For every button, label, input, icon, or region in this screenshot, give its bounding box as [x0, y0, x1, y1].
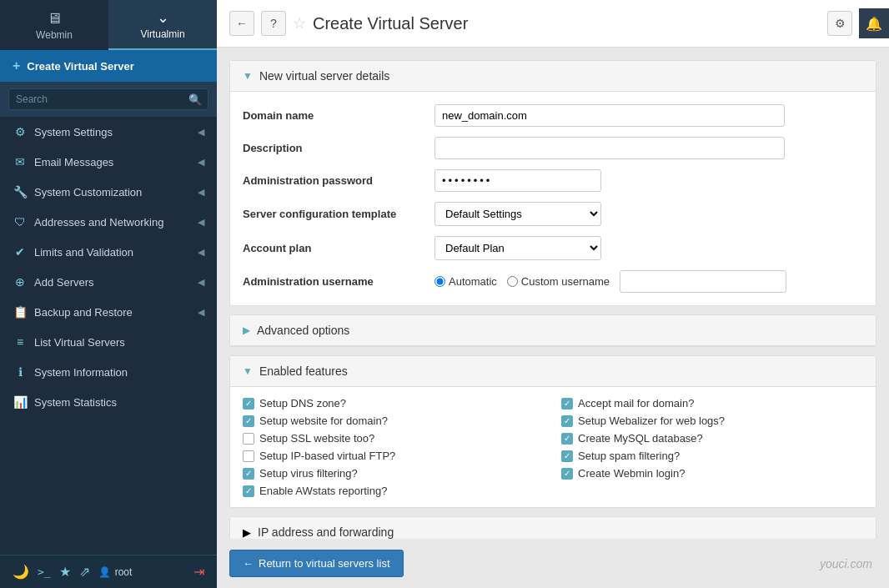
sidebar-item-system-customization[interactable]: 🔧 System Customization ◀ [0, 177, 217, 207]
help-button[interactable]: ? [261, 11, 286, 36]
checkbox-setup-website[interactable]: ✓ [243, 415, 254, 427]
checkbox-accept-mail[interactable]: ✓ [561, 398, 573, 410]
return-button[interactable]: ← Return to virtual servers list [229, 550, 404, 577]
terminal-icon[interactable]: >_ [38, 565, 51, 578]
custom-username-input[interactable] [620, 270, 786, 293]
new-virtual-server-body: Domain name Description Administration p… [230, 92, 876, 305]
checkbox-virus-filtering[interactable]: ✓ [243, 468, 254, 480]
checkbox-ftp[interactable] [243, 450, 254, 462]
feature-setup-dns: ✓ Setup DNS zone? [243, 397, 545, 410]
new-virtual-server-header[interactable]: ▼ New virtual server details [230, 61, 876, 92]
domain-name-row: Domain name [243, 104, 863, 127]
enabled-features-card: ▼ Enabled features ✓ Setup DNS zone? ✓ A… [229, 355, 876, 508]
server-config-label: Server configuration template [243, 208, 426, 220]
radio-automatic-input[interactable] [434, 276, 445, 287]
back-icon: ← [236, 17, 248, 30]
sidebar-item-email-messages[interactable]: ✉ Email Messages ◀ [0, 147, 217, 177]
ip-toggle-icon: ▶ [243, 526, 251, 539]
feature-ftp-label: Setup IP-based virtual FTP? [259, 450, 395, 462]
email-icon: ✉ [13, 155, 28, 168]
gear-icon: ⚙ [13, 125, 28, 138]
feature-mysql-label: Create MySQL database? [578, 432, 703, 445]
server-config-row: Server configuration template Default Se… [243, 202, 863, 226]
arrow-icon: ◀ [198, 277, 204, 288]
checkbox-spam-filtering[interactable]: ✓ [561, 450, 573, 462]
new-virtual-server-card: ▼ New virtual server details Domain name… [229, 60, 876, 306]
feature-webmin-login-label: Create Webmin login? [578, 467, 685, 480]
account-plan-select[interactable]: Default Plan [434, 236, 601, 260]
radio-automatic[interactable]: Automatic [434, 275, 497, 288]
search-input[interactable] [8, 88, 208, 110]
feature-webmin-login: ✓ Create Webmin login? [561, 467, 863, 480]
nav-label: System Information [34, 366, 128, 379]
feature-webalizer-label: Setup Webalizer for web logs? [578, 415, 725, 427]
admin-password-input[interactable] [434, 169, 601, 192]
sidebar-nav: ⚙ System Settings ◀ ✉ Email Messages ◀ 🔧… [0, 117, 217, 555]
wrench-icon: 🔧 [13, 185, 28, 199]
admin-username-row: Administration username Automatic Custom… [243, 270, 863, 293]
domain-name-input[interactable] [434, 104, 785, 127]
nav-label: List Virtual Servers [34, 336, 125, 349]
feature-accept-mail-label: Accept mail for domain? [578, 397, 694, 410]
check-icon: ✔ [13, 245, 28, 259]
checkbox-webalizer[interactable]: ✓ [561, 415, 573, 427]
page-title: Create Virtual Server [313, 14, 468, 33]
user-icon: 👤 [98, 566, 111, 578]
checkbox-setup-dns[interactable]: ✓ [243, 398, 254, 410]
star-icon[interactable]: ★ [59, 564, 71, 580]
virtualmin-label: Virtualmin [140, 28, 184, 40]
virtualmin-icon: ⌄ [157, 8, 169, 27]
back-button[interactable]: ← [229, 11, 254, 36]
sidebar-item-system-statistics[interactable]: 📊 System Statistics [0, 387, 217, 417]
admin-username-label: Administration username [243, 275, 426, 288]
favorite-star-icon[interactable]: ☆ [293, 14, 306, 33]
admin-password-row: Administration password [243, 169, 863, 192]
nav-label: Email Messages [34, 156, 113, 168]
sidebar-item-limits-validation[interactable]: ✔ Limits and Validation ◀ [0, 237, 217, 267]
bell-icon: 🔔 [866, 16, 882, 32]
feature-ssl-website: Setup SSL website too? [243, 432, 545, 445]
description-label: Description [243, 142, 426, 154]
share-icon[interactable]: ⇗ [79, 564, 90, 580]
page-settings-button[interactable]: ⚙ [827, 11, 852, 36]
page-header-left: ← ? ☆ Create Virtual Server [229, 11, 468, 36]
sidebar-item-system-information[interactable]: ℹ System Information [0, 357, 217, 387]
sidebar-item-system-settings[interactable]: ⚙ System Settings ◀ [0, 117, 217, 147]
feature-virus-filtering-label: Setup virus filtering? [259, 467, 358, 480]
user-menu[interactable]: 👤 root [98, 566, 133, 578]
ip-forwarding-header[interactable]: ▶ IP address and forwarding [230, 517, 876, 539]
nav-label: Addresses and Networking [34, 216, 163, 229]
tab-webmin[interactable]: 🖥 Webmin [0, 0, 108, 50]
advanced-toggle-icon: ▶ [243, 324, 250, 336]
radio-custom-input[interactable] [507, 276, 518, 287]
arrow-icon: ◀ [198, 247, 204, 258]
watermark: youci.com [820, 557, 872, 570]
server-config-select[interactable]: Default Settings [434, 202, 601, 226]
sidebar-item-list-virtual-servers[interactable]: ≡ List Virtual Servers [0, 327, 217, 357]
sidebar-item-addresses-networking[interactable]: 🛡 Addresses and Networking ◀ [0, 207, 217, 237]
nav-label: Limits and Validation [34, 246, 133, 259]
sidebar-active-item: + Create Virtual Server [0, 50, 217, 82]
tab-virtualmin[interactable]: ⌄ Virtualmin [108, 0, 217, 50]
sidebar-item-backup-restore[interactable]: 📋 Backup and Restore ◀ [0, 297, 217, 327]
checkbox-mysql[interactable]: ✓ [561, 433, 573, 445]
username-label: root [115, 566, 133, 578]
arrow-icon: ◀ [198, 187, 204, 198]
sidebar-item-add-servers[interactable]: ⊕ Add Servers ◀ [0, 267, 217, 297]
feature-setup-website-label: Setup website for domain? [259, 415, 388, 427]
checkbox-ssl-website[interactable] [243, 433, 254, 445]
checkbox-awstats[interactable]: ✓ [243, 485, 254, 497]
advanced-options-header[interactable]: ▶ Advanced options [230, 315, 876, 346]
feature-ftp: Setup IP-based virtual FTP? [243, 450, 545, 462]
logout-icon[interactable]: ⇥ [193, 564, 204, 580]
feature-setup-website: ✓ Setup website for domain? [243, 415, 545, 427]
ip-forwarding-title: IP address and forwarding [258, 525, 394, 539]
checkbox-webmin-login[interactable]: ✓ [561, 468, 573, 480]
radio-custom-username[interactable]: Custom username [507, 275, 610, 288]
description-input[interactable] [434, 137, 785, 159]
search-bar: 🔍 [0, 82, 217, 117]
moon-icon[interactable]: 🌙 [13, 564, 29, 580]
enabled-features-header[interactable]: ▼ Enabled features [230, 356, 876, 387]
description-row: Description [243, 137, 863, 159]
bell-button[interactable]: 🔔 [859, 8, 889, 38]
